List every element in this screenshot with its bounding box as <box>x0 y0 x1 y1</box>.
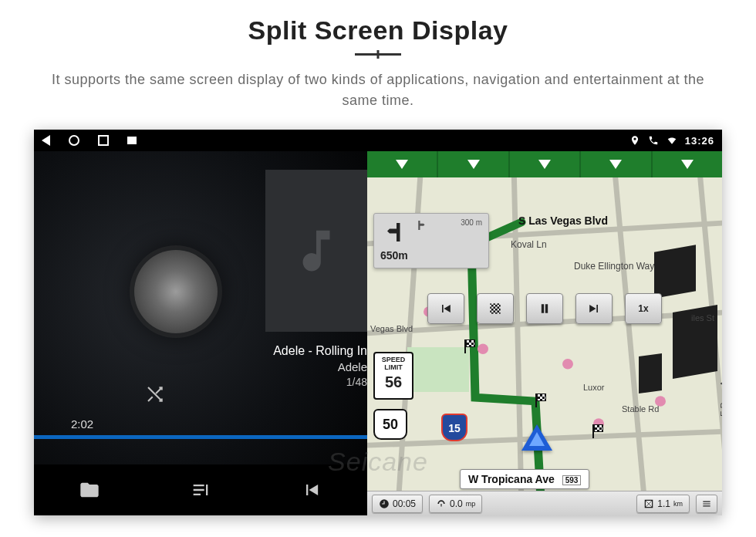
navigation-pane: S Las Vegas Blvd Koval Ln Duke Ellington… <box>367 151 722 515</box>
page-title: Split Screen Display <box>0 15 756 46</box>
title-underline <box>355 53 401 56</box>
route-flag-icon <box>464 339 475 353</box>
track-metadata: Adele - Rolling In Adele 1/48 <box>273 343 367 390</box>
current-street-name: W Tropicana Ave <box>468 473 555 485</box>
street-label: iles St <box>691 313 714 323</box>
track-title: Adele - Rolling In <box>273 343 367 360</box>
svg-point-2 <box>562 359 573 370</box>
route-flag-icon <box>592 424 603 438</box>
page-description: It supports the same screen display of t… <box>46 69 710 111</box>
track-artist: Adele <box>273 360 367 375</box>
down-arrow-icon <box>467 160 480 169</box>
nav-recents-icon[interactable] <box>98 135 109 146</box>
street-label: Stable Rd <box>622 404 659 414</box>
gps-icon <box>629 135 640 146</box>
elapsed-time: 2:02 <box>34 417 367 431</box>
map-building <box>639 353 662 393</box>
map-park-area <box>407 347 469 392</box>
street-label: Luxor <box>583 383 605 392</box>
eta-value: 00:05 <box>393 498 416 509</box>
maneuver-slot[interactable] <box>510 151 581 177</box>
down-arrow-icon <box>609 160 622 169</box>
street-label: Vegas Blvd <box>370 324 413 333</box>
eta-chip[interactable]: 00:05 <box>372 495 423 513</box>
route-flag-icon <box>535 393 546 407</box>
map-building <box>654 245 696 299</box>
sim-next-button[interactable] <box>575 293 613 324</box>
maneuver-slot[interactable] <box>581 151 652 177</box>
current-position-icon <box>521 424 552 451</box>
device-frame: 13:26 Adele - Rolling In Adele 1/48 <box>34 130 722 515</box>
speed-chip[interactable]: 0.0 mp <box>429 495 482 513</box>
route-shield-sign: 50 <box>373 409 407 440</box>
speed-value: 0.0 <box>450 498 463 509</box>
turn-right-next-icon <box>414 218 428 232</box>
sim-stop-button[interactable] <box>477 293 514 324</box>
nav-home-icon[interactable] <box>69 135 79 146</box>
down-arrow-icon <box>538 160 551 169</box>
turn-distance-unit: m <box>398 249 407 262</box>
music-bottom-bar <box>34 464 367 515</box>
speed-limit-sign: SPEED LIMIT 56 <box>373 352 413 400</box>
speed-unit: mp <box>466 500 476 508</box>
down-arrow-icon <box>396 160 408 169</box>
map-canvas[interactable]: S Las Vegas Blvd Koval Ln Duke Ellington… <box>367 177 722 491</box>
music-player-pane: Adele - Rolling In Adele 1/48 2:02 <box>34 151 367 515</box>
next-turn-distance: 300 m <box>461 218 482 227</box>
street-label: Duke Ellington Way <box>574 261 654 272</box>
sim-speed-button[interactable]: 1x <box>625 293 662 324</box>
turn-left-icon <box>380 218 408 246</box>
playback-progress[interactable]: 2:02 <box>34 417 367 439</box>
music-visualizer <box>134 250 218 333</box>
current-street-badge: W Tropicana Ave 593 <box>460 469 589 489</box>
map-menu-button[interactable] <box>696 495 717 513</box>
speed-limit-label: LIMIT <box>375 364 412 372</box>
street-label: S Las Vegas Blvd <box>518 214 608 227</box>
maneuver-bar <box>367 151 722 177</box>
progress-bar[interactable] <box>34 435 367 439</box>
distance-chip[interactable]: 1.1 km <box>636 495 690 513</box>
speed-limit-value: 56 <box>375 373 412 390</box>
status-clock: 13:26 <box>685 135 714 147</box>
sim-prev-button[interactable] <box>427 293 464 324</box>
browse-folder-button[interactable] <box>79 479 100 501</box>
sim-pause-button[interactable] <box>526 293 563 324</box>
maneuver-slot[interactable] <box>438 151 509 177</box>
nav-back-icon[interactable] <box>42 135 50 146</box>
maneuver-slot[interactable] <box>653 151 722 177</box>
nav-screenshot-icon[interactable] <box>127 137 137 144</box>
phone-icon <box>648 135 659 146</box>
map-sim-controls: 1x <box>427 293 662 324</box>
map-bottom-bar: 00:05 0.0 mp 1.1 km <box>367 491 722 515</box>
down-arrow-icon <box>681 160 694 169</box>
album-art-placeholder <box>265 170 367 332</box>
turn-instruction-panel: 300 m 650m <box>373 213 489 268</box>
current-street-number: 593 <box>562 475 582 485</box>
wifi-icon <box>667 135 677 146</box>
turn-distance-value: 650 <box>380 249 398 262</box>
playlist-button[interactable] <box>190 479 211 501</box>
distance-value: 1.1 <box>657 498 670 509</box>
maneuver-slot[interactable] <box>367 151 438 177</box>
distance-unit: km <box>673 500 683 508</box>
previous-track-button[interactable] <box>301 479 322 501</box>
shuffle-button[interactable] <box>145 384 165 404</box>
svg-rect-7 <box>490 303 500 313</box>
android-status-bar: 13:26 <box>34 130 722 151</box>
track-counter: 1/48 <box>273 375 367 390</box>
street-label: Koval Ln <box>511 239 547 250</box>
interstate-shield-sign: 15 <box>441 414 467 441</box>
street-label: E Reno Ave <box>719 372 722 417</box>
svg-point-1 <box>478 344 488 355</box>
